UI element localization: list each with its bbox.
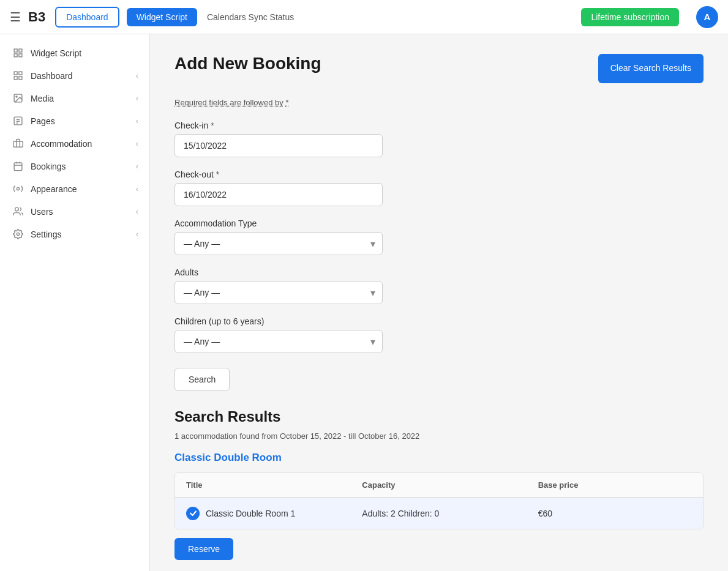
sidebar-item-label: Media xyxy=(31,94,130,103)
svg-point-9 xyxy=(15,96,17,97)
settings-icon xyxy=(11,229,24,239)
accommodation-type-select[interactable]: — Any — xyxy=(174,232,383,255)
chevron-icon: ‹ xyxy=(136,162,138,171)
table-row: Classic Double Room 1 Adults: 2 Children… xyxy=(175,498,703,529)
col-title-header: Title xyxy=(175,473,351,497)
sidebar-item-label: Users xyxy=(31,207,130,217)
accommodation-type-wrapper: — Any — ▾ xyxy=(174,232,383,255)
checkin-group: Check-in * xyxy=(174,121,704,157)
search-button[interactable]: Search xyxy=(174,368,230,391)
reserve-button[interactable]: Reserve xyxy=(174,538,233,560)
sidebar-item-settings[interactable]: Settings ‹ xyxy=(0,223,149,245)
row-title-cell: Classic Double Room 1 xyxy=(175,498,351,529)
adults-wrapper: — Any — ▾ xyxy=(174,281,383,304)
children-wrapper: — Any — ▾ xyxy=(174,330,383,353)
sidebar-item-label: Widget Script xyxy=(31,48,138,58)
room-title[interactable]: Classic Double Room xyxy=(174,452,704,464)
dashboard-icon xyxy=(11,70,24,81)
main-content: Add New Booking Clear Search Results Req… xyxy=(150,34,728,571)
widget-script-icon xyxy=(11,48,24,58)
chevron-icon: ‹ xyxy=(136,184,138,193)
adults-label: Adults xyxy=(174,267,704,277)
menu-icon[interactable]: ☰ xyxy=(10,10,21,24)
appearance-icon xyxy=(11,184,24,194)
col-capacity-header: Capacity xyxy=(351,473,527,497)
bookings-icon xyxy=(11,161,24,171)
svg-rect-1 xyxy=(18,49,21,52)
accommodation-icon xyxy=(11,138,24,149)
sidebar-item-users[interactable]: Users ‹ xyxy=(0,200,149,223)
svg-rect-15 xyxy=(14,163,22,171)
checkout-group: Check-out * xyxy=(174,170,704,206)
chevron-icon: ‹ xyxy=(136,116,138,125)
sidebar-item-dashboard[interactable]: Dashboard ‹ xyxy=(0,64,149,87)
children-group: Children (up to 6 years) — Any — ▾ xyxy=(174,316,704,353)
sidebar-item-accommodation[interactable]: Accommodation ‹ xyxy=(0,132,149,155)
sidebar-item-label: Dashboard xyxy=(31,71,130,81)
results-description: 1 accommodation found from October 15, 2… xyxy=(174,431,704,441)
svg-rect-0 xyxy=(14,49,17,52)
sidebar-item-media[interactable]: Media ‹ xyxy=(0,87,149,110)
selected-indicator xyxy=(186,507,200,520)
checkin-label: Check-in * xyxy=(174,121,704,130)
sidebar-item-widget-script[interactable]: Widget Script xyxy=(0,42,149,64)
svg-point-19 xyxy=(17,187,19,190)
chevron-icon: ‹ xyxy=(136,230,138,239)
dashboard-nav-button[interactable]: Dashboard xyxy=(55,7,119,28)
sidebar-item-appearance[interactable]: Appearance ‹ xyxy=(0,177,149,200)
adults-select[interactable]: — Any — xyxy=(174,281,383,304)
svg-rect-5 xyxy=(18,72,21,75)
accommodation-type-group: Accommodation Type — Any — ▾ xyxy=(174,218,704,255)
room-name: Classic Double Room 1 xyxy=(206,509,295,518)
clear-search-button[interactable]: Clear Search Results xyxy=(598,54,704,83)
col-price-header: Base price xyxy=(527,473,703,497)
users-icon xyxy=(11,206,24,217)
sidebar-item-label: Accommodation xyxy=(31,139,130,149)
svg-rect-7 xyxy=(18,77,21,80)
svg-rect-6 xyxy=(14,77,17,80)
sidebar-item-label: Bookings xyxy=(31,162,130,171)
svg-rect-2 xyxy=(14,54,17,57)
brand-logo: B3 xyxy=(28,9,45,25)
pages-icon xyxy=(11,116,24,126)
page-title: Add New Booking xyxy=(174,54,321,73)
required-marker: * xyxy=(285,98,288,107)
avatar: A xyxy=(696,6,718,28)
adults-group: Adults — Any — ▾ xyxy=(174,267,704,304)
row-capacity-cell: Adults: 2 Children: 0 xyxy=(351,500,527,527)
svg-rect-3 xyxy=(18,54,21,57)
app-layout: Widget Script Dashboard ‹ Media ‹ Pages … xyxy=(0,34,728,571)
children-label: Children (up to 6 years) xyxy=(174,316,704,326)
results-title: Search Results xyxy=(174,408,704,425)
top-navigation: ☰ B3 Dashboard Widget Script Calendars S… xyxy=(0,0,728,34)
children-select[interactable]: — Any — xyxy=(174,330,383,353)
sidebar-item-bookings[interactable]: Bookings ‹ xyxy=(0,155,149,177)
page-header: Add New Booking Clear Search Results xyxy=(174,54,704,83)
sidebar-item-label: Pages xyxy=(31,116,130,126)
required-fields-note: Required fields are followed by * xyxy=(174,98,704,107)
chevron-icon: ‹ xyxy=(136,139,138,148)
results-table: Title Capacity Base price Classic Double… xyxy=(174,472,704,529)
chevron-icon: ‹ xyxy=(136,94,138,103)
checkout-input[interactable] xyxy=(174,183,383,206)
table-header: Title Capacity Base price xyxy=(175,473,703,498)
media-icon xyxy=(11,93,24,103)
sidebar-item-pages[interactable]: Pages ‹ xyxy=(0,110,149,132)
checkin-input[interactable] xyxy=(174,134,383,157)
checkin-required-marker: * xyxy=(211,121,214,130)
checkout-label: Check-out * xyxy=(174,170,704,179)
row-price-cell: €60 xyxy=(527,500,703,527)
svg-rect-4 xyxy=(14,72,17,75)
checkout-required-marker: * xyxy=(216,170,219,179)
sidebar: Widget Script Dashboard ‹ Media ‹ Pages … xyxy=(0,34,150,571)
svg-rect-14 xyxy=(13,141,23,147)
calendars-sync-label: Calendars Sync Status xyxy=(207,12,294,22)
accommodation-type-label: Accommodation Type xyxy=(174,218,704,228)
chevron-icon: ‹ xyxy=(136,207,138,216)
sidebar-item-label: Appearance xyxy=(31,184,130,194)
widget-script-nav-button[interactable]: Widget Script xyxy=(127,8,197,26)
svg-point-20 xyxy=(15,207,18,211)
sidebar-item-label: Settings xyxy=(31,230,130,239)
subscription-button[interactable]: Lifetime subscription xyxy=(581,8,679,26)
chevron-icon: ‹ xyxy=(136,71,138,80)
